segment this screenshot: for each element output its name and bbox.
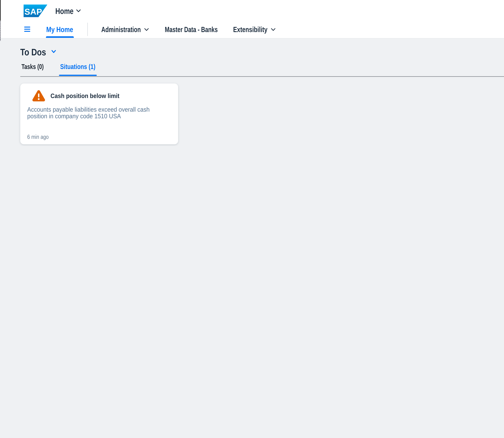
svg-text:SAP: SAP: [24, 7, 42, 17]
